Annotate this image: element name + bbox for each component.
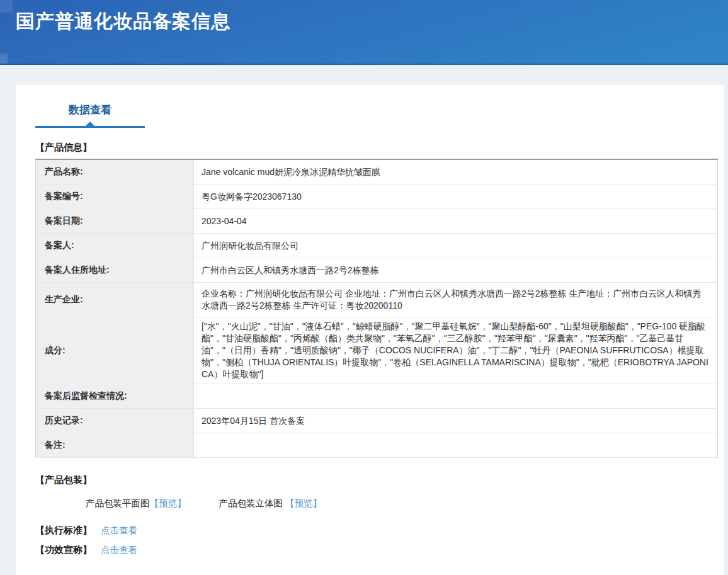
table-row-registrant: 备案人: 广州润研化妆品有限公司 (36, 234, 718, 258)
table-row-manufacturer: 生产企业: 企业名称：广州润研化妆品有限公司 企业地址：广州市白云区人和镇秀水塘… (36, 283, 718, 317)
header-decoration-square-bottom (0, 54, 8, 64)
row-label: 成分: (36, 317, 194, 384)
table-row-remarks: 备注: (36, 433, 718, 458)
row-value: 2023-04-04 (194, 209, 718, 234)
table-row-registrant-address: 备案人住所地址: 广州市白云区人和镇秀水塘西一路2号2栋整栋 (36, 258, 718, 283)
table-row-registration-number: 备案编号: 粤G妆网备字2023067130 (36, 185, 718, 209)
tab-active-indicator-icon (86, 122, 94, 126)
page-title: 国产普通化妆品备案信息 (16, 9, 728, 34)
exec-standard-title: 【执行标准】 (35, 525, 92, 535)
row-value: 粤G妆网备字2023067130 (194, 185, 718, 209)
row-value: 企业名称：广州润研化妆品有限公司 企业地址：广州市白云区人和镇秀水塘西一路2号2… (194, 283, 718, 317)
row-label: 备案日期: (36, 209, 194, 234)
content-card: 数据查看 【产品信息】 产品名称: Jane volcanic mud妍泥冷泉冰… (16, 85, 724, 575)
exec-standard-view-link[interactable]: 点击查看 (101, 525, 137, 535)
row-value (194, 433, 718, 458)
row-label: 备案人: (36, 234, 194, 258)
table-row-product-name: 产品名称: Jane volcanic mud妍泥冷泉冰泥精华抗皱面膜 (36, 159, 718, 185)
table-row-history: 历史记录: 2023年04月15日 首次备案 (36, 409, 718, 433)
row-label: 备注: (36, 433, 194, 458)
table-row-supervision-check: 备案后监督检查情况: (36, 384, 718, 409)
table-row-registration-date: 备案日期: 2023-04-04 (36, 209, 718, 234)
efficacy-claim-row: 【功效宣称】 点击查看 (35, 544, 718, 556)
tab-data-view[interactable]: 数据查看 (35, 103, 145, 128)
row-value: Jane volcanic mud妍泥冷泉冰泥精华抗皱面膜 (194, 159, 718, 185)
packaging-3d-preview-link[interactable]: 【预览】 (285, 498, 322, 508)
table-row-ingredients: 成分: ["水"，"火山泥"，"甘油"，"液体石蜡"，"鲸蜡硬脂醇"，"聚二甲基… (36, 317, 718, 384)
tab-data-view-label: 数据查看 (69, 104, 111, 116)
row-label: 备案人住所地址: (36, 258, 194, 283)
row-label: 生产企业: (36, 283, 194, 317)
row-label: 备案编号: (36, 185, 194, 209)
row-label: 产品名称: (36, 159, 194, 185)
row-value (194, 384, 718, 409)
row-value: 广州市白云区人和镇秀水塘西一路2号2栋整栋 (194, 258, 718, 283)
row-value: 2023年04月15日 首次备案 (194, 409, 718, 433)
product-info-table: 产品名称: Jane volcanic mud妍泥冷泉冰泥精华抗皱面膜 备案编号… (35, 159, 718, 458)
packaging-3d-image-label: 产品包装立体图 (219, 498, 283, 508)
row-label: 备案后监督检查情况: (36, 384, 194, 409)
product-info-section-title: 【产品信息】 (35, 142, 718, 154)
efficacy-claim-title: 【功效宣称】 (35, 544, 92, 555)
page-header: 国产普通化妆品备案信息 (0, 0, 728, 65)
exec-standard-row: 【执行标准】 点击查看 (35, 525, 718, 537)
packaging-flat-preview-link[interactable]: 【预览】 (150, 498, 186, 508)
packaging-preview-row: 产品包装平面图【预览】 产品包装立体图 【预览】 (86, 498, 718, 510)
tab-bar: 数据查看 (35, 103, 718, 128)
packaging-flat-image-label: 产品包装平面图 (86, 498, 150, 508)
packaging-section-title: 【产品包装】 (35, 474, 718, 486)
packaging-flat-image-item: 产品包装平面图【预览】 (86, 498, 189, 508)
header-decoration-square-top (0, 0, 13, 13)
row-value: ["水"，"火山泥"，"甘油"，"液体石蜡"，"鲸蜡硬脂醇"，"聚二甲基硅氧烷"… (194, 317, 718, 384)
row-label: 历史记录: (36, 409, 194, 433)
row-value: 广州润研化妆品有限公司 (194, 234, 718, 258)
packaging-3d-image-item: 产品包装立体图 【预览】 (219, 498, 322, 508)
efficacy-claim-view-link[interactable]: 点击查看 (101, 545, 137, 555)
